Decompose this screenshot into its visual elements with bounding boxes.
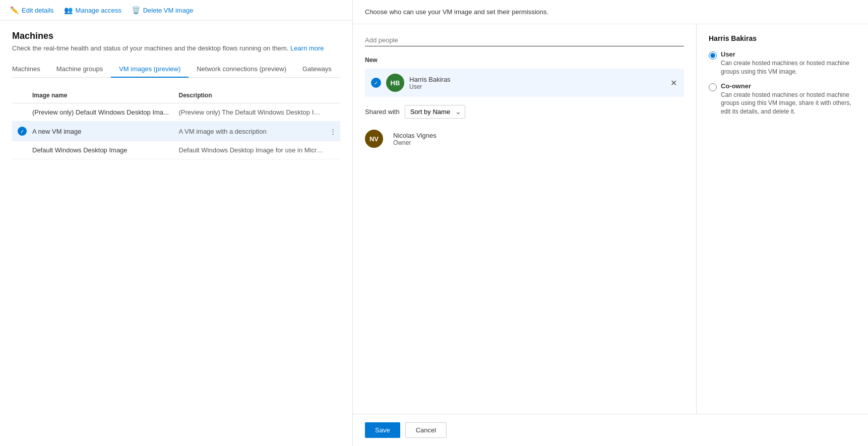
- tabs-bar: Machines Machine groups VM images (previ…: [12, 61, 340, 78]
- new-user-card: ✓ HB Harris Bakiras User ✕: [365, 69, 684, 97]
- toolbar: ✏️ Edit details 👥 Manage access 🗑️ Delet…: [0, 0, 352, 21]
- user-info: Harris Bakiras User: [409, 76, 678, 90]
- row-desc-2: A VM image with a description: [179, 128, 326, 135]
- page-subtitle: Check the real-time health and status of…: [12, 44, 340, 52]
- shared-user-info: Nicolas Vignes Owner: [393, 132, 684, 146]
- tab-machine-groups[interactable]: Machine groups: [48, 61, 111, 78]
- left-panel: ✏️ Edit details 👥 Manage access 🗑️ Delet…: [0, 0, 353, 446]
- permissions-section: Harris Bakiras User Can create hosted ma…: [697, 24, 868, 414]
- tab-vm-images[interactable]: VM images (preview): [111, 61, 189, 78]
- radio-coowner-option[interactable]: Co-owner Can create hosted machines or h…: [709, 82, 856, 116]
- right-panel: Choose who can use your VM image and set…: [353, 0, 868, 446]
- check-circle: ✓: [18, 127, 27, 136]
- sort-select-wrapper: Sort by Name Sort by Role: [405, 105, 465, 119]
- radio-coowner-desc: Can create hosted machines or hosted mac…: [721, 91, 856, 116]
- edit-details-button[interactable]: ✏️ Edit details: [10, 6, 54, 14]
- add-people-input[interactable]: [365, 34, 684, 46]
- edit-icon: ✏️: [10, 6, 19, 14]
- col-name-header: Image name: [32, 92, 179, 99]
- radio-user-option[interactable]: User Can create hosted machines or hoste…: [709, 50, 856, 76]
- user-name: Harris Bakiras: [409, 76, 678, 83]
- radio-user-desc: Can create hosted machines or hosted mac…: [721, 59, 856, 76]
- radio-coowner-label: Co-owner: [721, 82, 856, 90]
- avatar: NV: [365, 130, 383, 148]
- radio-user-input[interactable]: [709, 51, 717, 60]
- permissions-title: Harris Bakiras: [709, 34, 856, 42]
- radio-coowner-content: Co-owner Can create hosted machines or h…: [721, 82, 856, 116]
- radio-user-label: User: [721, 50, 856, 58]
- tab-network-connections[interactable]: Network connections (preview): [189, 61, 294, 78]
- manage-access-button[interactable]: 👥 Manage access: [64, 6, 121, 14]
- sort-select[interactable]: Sort by Name Sort by Role: [405, 105, 465, 119]
- row-actions-2[interactable]: ⋮: [325, 128, 340, 135]
- col-desc-header: Description: [179, 92, 326, 99]
- table-header: Image name Description: [12, 88, 340, 103]
- learn-more-link[interactable]: Learn more: [290, 44, 324, 52]
- radio-coowner-input[interactable]: [709, 83, 717, 91]
- shared-user-role: Owner: [393, 139, 684, 146]
- table-row[interactable]: ✓ A new VM image A VM image with a descr…: [12, 122, 340, 141]
- shared-with-row: Shared with Sort by Name Sort by Role: [365, 105, 684, 119]
- shared-user-name: Nicolas Vignes: [393, 132, 684, 139]
- avatar: HB: [386, 74, 404, 92]
- row-check-2: ✓: [12, 127, 32, 136]
- row-name-3: Default Windows Desktop Image: [32, 146, 179, 154]
- new-label: New: [365, 57, 684, 64]
- table-row[interactable]: Default Windows Desktop Image Default Wi…: [12, 141, 340, 159]
- user-role: User: [409, 83, 678, 90]
- row-name-2: A new VM image: [32, 128, 179, 135]
- shared-user-row: NV Nicolas Vignes Owner: [365, 126, 684, 152]
- panel-description: Choose who can use your VM image and set…: [353, 0, 868, 24]
- panel-body: New ✓ HB Harris Bakiras User ✕ Shared wi…: [353, 24, 868, 414]
- radio-group: User Can create hosted machines or hoste…: [709, 50, 856, 116]
- panel-footer: Save Cancel: [353, 414, 868, 446]
- table-row[interactable]: (Preview only) Default Windows Desktop I…: [12, 103, 340, 122]
- row-name-1: (Preview only) Default Windows Desktop I…: [32, 108, 179, 116]
- delete-label: Delete VM image: [143, 7, 194, 14]
- row-desc-3: Default Windows Desktop Image for use in…: [179, 146, 326, 154]
- share-section: New ✓ HB Harris Bakiras User ✕ Shared wi…: [353, 24, 697, 414]
- tab-gateways[interactable]: Gateways: [294, 61, 340, 78]
- tab-machines[interactable]: Machines: [12, 61, 48, 78]
- remove-user-button[interactable]: ✕: [668, 76, 679, 90]
- save-button[interactable]: Save: [365, 422, 400, 438]
- main-content: Machines Check the real-time health and …: [0, 21, 352, 446]
- radio-user-content: User Can create hosted machines or hoste…: [721, 50, 856, 76]
- edit-label: Edit details: [22, 7, 54, 14]
- user-selected-check: ✓: [371, 78, 381, 88]
- row-desc-1: (Preview only) The Default Windows Deskt…: [179, 108, 326, 116]
- delete-vm-button[interactable]: 🗑️ Delete VM image: [132, 6, 194, 14]
- shared-with-label: Shared with: [365, 108, 400, 116]
- cancel-button[interactable]: Cancel: [405, 422, 447, 438]
- manage-icon: 👥: [64, 6, 73, 14]
- delete-icon: 🗑️: [132, 6, 140, 14]
- manage-label: Manage access: [76, 7, 121, 14]
- page-title: Machines: [12, 31, 340, 41]
